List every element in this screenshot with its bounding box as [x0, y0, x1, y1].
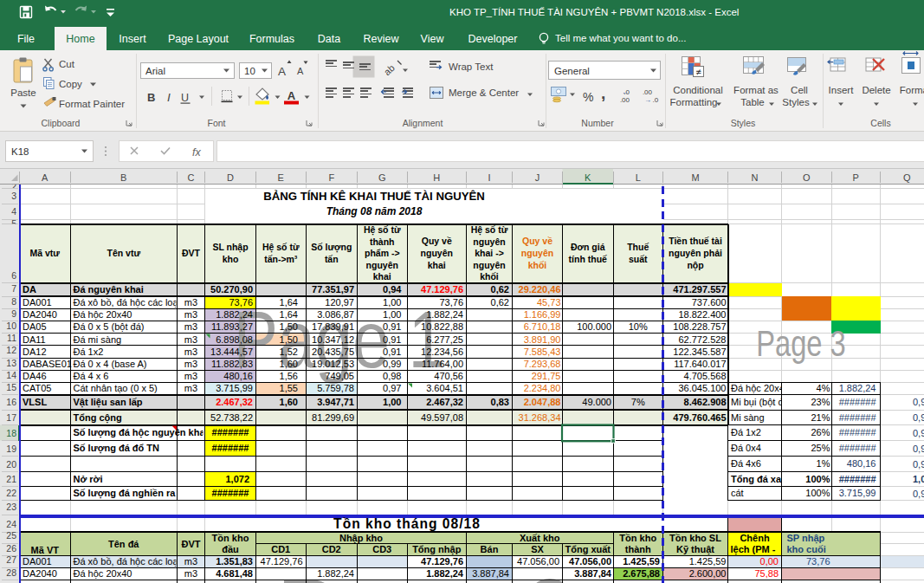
- svg-text:100%: 100%: [805, 488, 830, 498]
- svg-text:4: 4: [11, 206, 16, 217]
- svg-text:Format Painter: Format Painter: [59, 99, 125, 109]
- svg-text:Tồn kho SL: Tồn kho SL: [669, 533, 721, 543]
- svg-text:73,76: 73,76: [806, 556, 830, 567]
- svg-text:10.822,88: 10.822,88: [421, 321, 463, 332]
- svg-text:tấn->m³: tấn->m³: [264, 254, 298, 264]
- svg-text:I: I: [167, 91, 171, 104]
- svg-text:10: 10: [6, 321, 16, 331]
- svg-text:Styles: Styles: [731, 118, 756, 128]
- svg-text:Q: Q: [903, 172, 911, 183]
- svg-text:Arial: Arial: [145, 66, 165, 76]
- svg-text:26%: 26%: [811, 427, 830, 437]
- svg-text:Formulas: Formulas: [249, 33, 294, 45]
- svg-text:kho cuối: kho cuối: [787, 544, 826, 554]
- svg-text:470,56: 470,56: [434, 371, 463, 381]
- svg-text:Số lượng đá nghiền ra: Số lượng đá nghiền ra: [74, 488, 177, 499]
- svg-text:Đá 0 x 5 (bột đá): Đá 0 x 5 (bột đá): [74, 321, 145, 332]
- svg-text:8.462.908: 8.462.908: [684, 397, 727, 407]
- svg-text:1.425,59: 1.425,59: [689, 556, 727, 567]
- svg-text:m3: m3: [184, 347, 197, 357]
- svg-text:1.882,24: 1.882,24: [426, 568, 464, 579]
- svg-text:m3: m3: [184, 334, 197, 345]
- svg-text:DA46: DA46: [23, 371, 47, 381]
- svg-text:122.345.587: 122.345.587: [673, 347, 726, 357]
- svg-text:73,76: 73,76: [229, 297, 253, 308]
- svg-text:←: ←: [622, 88, 629, 96]
- svg-text:BẢNG TÍNH KÊ KHAI THUẾ TÀI NGU: BẢNG TÍNH KÊ KHAI THUẾ TÀI NGUYÊN: [263, 190, 485, 203]
- svg-text:18: 18: [6, 428, 16, 438]
- svg-text:Delete: Delete: [862, 85, 890, 95]
- svg-text:1,0: 1,0: [913, 474, 924, 484]
- svg-text:27: 27: [6, 554, 16, 565]
- svg-text:1,00: 1,00: [383, 309, 401, 320]
- svg-text:C: C: [188, 172, 195, 183]
- svg-text:Developer: Developer: [468, 33, 518, 45]
- svg-text:0,9: 0,9: [913, 459, 924, 470]
- svg-text:Insert: Insert: [829, 85, 855, 95]
- svg-text:D: D: [227, 172, 234, 183]
- svg-text:P: P: [853, 172, 859, 183]
- svg-text:DA05: DA05: [23, 321, 47, 332]
- svg-text:DA: DA: [23, 284, 36, 295]
- svg-text:0,91: 0,91: [383, 334, 401, 345]
- svg-text:Đá hộc 20x40: Đá hộc 20x40: [74, 309, 132, 320]
- svg-text:3: 3: [11, 191, 16, 201]
- svg-text:2.467,32: 2.467,32: [426, 397, 463, 407]
- svg-text:49.000: 49.000: [582, 397, 611, 407]
- svg-text:3.715,99: 3.715,99: [216, 383, 253, 393]
- svg-text:47.056,00: 47.056,00: [569, 556, 611, 567]
- svg-text:Merge & Center: Merge & Center: [449, 87, 519, 98]
- svg-text:nộp: nộp: [687, 260, 703, 271]
- svg-text:SP nhập: SP nhập: [787, 533, 825, 544]
- svg-text:m3: m3: [184, 556, 197, 567]
- svg-text:62.772.528: 62.772.528: [678, 334, 726, 345]
- svg-text:Đơn giá: Đơn giá: [571, 242, 605, 252]
- svg-text:Cell: Cell: [791, 85, 808, 95]
- svg-text:4.681,48: 4.681,48: [216, 568, 253, 579]
- svg-text:Tồn kho: Tồn kho: [619, 533, 656, 543]
- svg-text:Đá 0x4: Đá 0x4: [731, 443, 761, 453]
- svg-text:Tồn kho tháng 08/18: Tồn kho tháng 08/18: [333, 516, 481, 531]
- svg-text:24: 24: [6, 519, 16, 529]
- svg-text:nguyên: nguyên: [473, 236, 505, 247]
- svg-text:Insert: Insert: [119, 33, 146, 45]
- svg-text:khối: khối: [480, 271, 499, 282]
- svg-text:#######: #######: [212, 427, 249, 437]
- svg-text:ĐVT: ĐVT: [182, 248, 201, 258]
- svg-text:Đá nguyên khai: Đá nguyên khai: [74, 284, 144, 295]
- svg-text:Tiền thuế tài: Tiền thuế tài: [669, 236, 722, 246]
- svg-text:0,91: 0,91: [383, 321, 401, 332]
- svg-text:khai: khai: [373, 271, 391, 282]
- svg-text:thành: thành: [625, 544, 651, 554]
- svg-text:Quy về: Quy về: [522, 236, 552, 246]
- svg-text:khối: khối: [528, 260, 547, 270]
- svg-text:6.898,08: 6.898,08: [216, 334, 253, 345]
- svg-text:Đá 1x2: Đá 1x2: [74, 347, 104, 357]
- svg-text:tính thuế: tính thuế: [569, 254, 607, 264]
- svg-text:Xuất kho: Xuất kho: [520, 533, 560, 543]
- svg-text:Số lượng đá hộc nguyên khai: Số lượng đá hộc nguyên khai: [74, 427, 208, 438]
- svg-text:N: N: [752, 172, 759, 183]
- svg-text:Tell me what you want to do...: Tell me what you want to do...: [555, 33, 687, 43]
- svg-text:View: View: [421, 33, 445, 45]
- svg-text:17: 17: [6, 412, 16, 423]
- svg-text:#######: #######: [839, 427, 877, 437]
- svg-text:Nở rời: Nở rời: [74, 474, 103, 484]
- svg-text:m3: m3: [184, 359, 197, 369]
- svg-text:fx: fx: [192, 146, 201, 159]
- svg-text:Tồn kho: Tồn kho: [212, 533, 249, 543]
- svg-text:m3: m3: [184, 383, 197, 393]
- svg-text:749,05: 749,05: [325, 371, 354, 381]
- svg-text:Đá 0 x 4 (base A): Đá 0 x 4 (base A): [74, 359, 147, 369]
- svg-text:20: 20: [6, 459, 16, 470]
- svg-text:Number: Number: [581, 118, 614, 128]
- svg-text:19: 19: [6, 444, 16, 454]
- svg-text:Format: Format: [900, 85, 924, 95]
- svg-text:49.597,08: 49.597,08: [421, 412, 463, 423]
- svg-text:Kỹ thuật: Kỹ thuật: [676, 544, 714, 555]
- svg-text:Tên đá: Tên đá: [108, 539, 139, 549]
- svg-text:3.891,90: 3.891,90: [524, 334, 561, 345]
- svg-text:0,98: 0,98: [383, 371, 401, 381]
- svg-text:L: L: [636, 172, 641, 183]
- svg-text:100%: 100%: [805, 474, 830, 484]
